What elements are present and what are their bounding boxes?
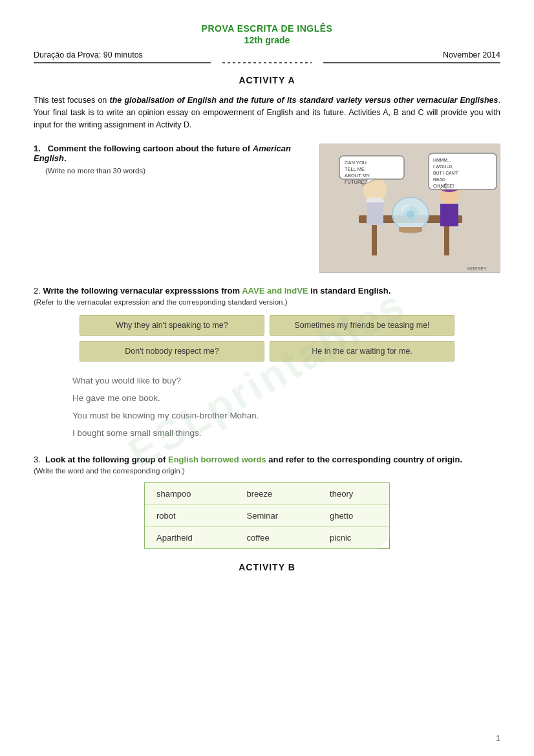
svg-text:I WOULD,: I WOULD, (433, 164, 453, 169)
borrowed-words-table: shampoo breeze theory robot Seminar ghet… (145, 483, 389, 548)
svg-text:TELL ME: TELL ME (345, 166, 365, 172)
indve-line-3: You must be knowing my cousin-brother Mo… (72, 407, 500, 424)
expression-box-3: Don't nobody respect me? (80, 341, 264, 362)
word-robot: robot (145, 504, 235, 526)
intro-bold: the globalisation of English and the fut… (109, 96, 498, 105)
intro-text: This test focuses on the globalisation o… (34, 94, 500, 132)
svg-text:READ: READ (433, 177, 445, 182)
words-table: shampoo breeze theory robot Seminar ghet… (144, 482, 390, 549)
table-row-3: Apartheid coffee picnic (145, 526, 389, 548)
svg-rect-2 (372, 223, 377, 255)
word-apartheid: Apartheid (145, 526, 235, 548)
expression-box-1: Why they ain't speaking to me? (80, 315, 264, 336)
q3-bold-end: and refer to the corresponding country o… (266, 455, 462, 464)
q3-bold-start: Look at the following group of (45, 455, 168, 464)
header-meta: Duração da Prova: 90 minutos November 20… (34, 50, 500, 59)
svg-text:BUT I CAN'T: BUT I CAN'T (433, 171, 458, 175)
svg-text:ABOUT MY: ABOUT MY (345, 173, 370, 178)
q2-label: 2. Write the following vernacular expres… (34, 286, 500, 296)
q1-label-text: Comment the following cartoon about the … (48, 144, 250, 153)
q1-note: (Write no more than 30 words) (45, 167, 308, 175)
word-shampoo: shampoo (145, 483, 235, 505)
page-number: 1 (496, 734, 500, 743)
svg-text:HMMM...: HMMM... (433, 158, 451, 162)
svg-point-32 (407, 210, 414, 218)
q3-note: (Write the word and the corresponding or… (34, 467, 500, 475)
svg-text:FUTURE?: FUTURE? (345, 179, 367, 185)
svg-rect-3 (444, 223, 449, 255)
word-seminar: Seminar (235, 504, 319, 526)
date-label: November 2014 (443, 50, 500, 59)
page-title-line1: PROVA ESCRITA DE INGLÊS (34, 23, 500, 34)
svg-rect-14 (367, 202, 383, 225)
table-row-1: shampoo breeze theory (145, 483, 389, 505)
expression-box-2: Sometimes my friends be teasing me! (270, 315, 454, 336)
indve-line-4: I bought some small small things. (72, 424, 500, 442)
expression-grid: Why they ain't speaking to me? Sometimes… (80, 315, 454, 362)
words-table-wrapper: shampoo breeze theory robot Seminar ghet… (144, 482, 390, 549)
intro-prefix: This test focuses on (34, 96, 109, 105)
indve-line-1: What you would like to buy? (72, 372, 500, 389)
svg-text:CHINESE!: CHINESE! (433, 184, 454, 188)
q3-label: 3. Look at the following group of Englis… (34, 455, 500, 464)
question-2-section: 2. Write the following vernacular expres… (34, 286, 500, 442)
q2-bold-end: in standard English. (308, 286, 391, 296)
q2-bold-start: Write the following vernacular expresssi… (43, 286, 242, 296)
svg-rect-8 (399, 227, 422, 232)
svg-text:HORSEY: HORSEY (467, 266, 487, 271)
activity-b-title: ACTIVITY B (34, 562, 500, 572)
page: ESLprintables PROVA ESCRITA DE INGLÊS 12… (0, 0, 534, 756)
svg-rect-17 (440, 204, 458, 226)
q3-number: 3. (34, 455, 45, 464)
q3-green-label: English borrowed words (168, 455, 266, 464)
question-3-section: 3. Look at the following group of Englis… (34, 455, 500, 549)
indve-line-2: He gave me one book. (72, 389, 500, 407)
duration-label: Duração da Prova: 90 minutos (34, 50, 143, 59)
q1-label: 1. Comment the following cartoon about t… (34, 144, 308, 163)
word-breeze: breeze (235, 483, 319, 505)
page-title-line2: 12th grade (34, 35, 500, 45)
q2-number: 2. (34, 286, 43, 296)
svg-text:CAN YOU: CAN YOU (345, 160, 367, 166)
question-1-section: 1. Comment the following cartoon about t… (34, 144, 500, 273)
word-theory: theory (318, 483, 389, 505)
words-table-inner: shampoo breeze theory robot Seminar ghet… (144, 482, 390, 549)
q1-cartoon: CAN YOU TELL ME ABOUT MY FUTURE? HMMM...… (319, 144, 500, 273)
q1-text: 1. Comment the following cartoon about t… (34, 144, 308, 273)
q2-note: (Refer to the vernacular expression and … (34, 298, 500, 306)
q1-number: 1. (34, 144, 45, 153)
expression-box-4: He in the car waiting for me. (270, 341, 454, 362)
indve-lines: What you would like to buy? He gave me o… (34, 372, 500, 442)
activity-a-title: ACTIVITY A (34, 75, 500, 85)
header-divider (34, 62, 500, 63)
q2-green-label: AAVE and IndVE (242, 286, 308, 296)
q1-period: . (64, 153, 67, 163)
table-row-2: robot Seminar ghetto (145, 504, 389, 526)
word-ghetto: ghetto (318, 504, 389, 526)
word-coffee: coffee (235, 526, 319, 548)
